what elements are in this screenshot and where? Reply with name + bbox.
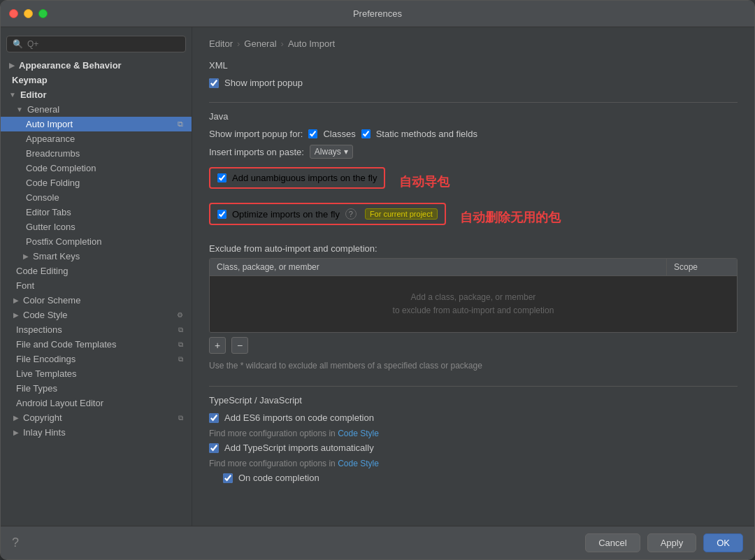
show-import-popup-row: Show import popup	[209, 78, 738, 88]
typescript-section: TypeScript / JavaScript Add ES6 imports …	[209, 395, 738, 483]
sidebar-item-console[interactable]: Console	[1, 190, 192, 205]
sidebar-item-breadcrumbs[interactable]: Breadcrumbs	[1, 146, 192, 161]
sidebar-item-file-code-templates[interactable]: File and Code Templates ⧉	[1, 337, 192, 352]
breadcrumb-editor: Editor	[209, 38, 233, 49]
chevron-down-icon: ▼	[9, 91, 16, 99]
sidebar-item-file-encodings[interactable]: File Encodings ⧉	[1, 352, 192, 366]
divider-2	[209, 386, 738, 387]
find-more-es6-note: Find more configuration options in Code …	[209, 429, 738, 438]
sidebar-item-code-completion[interactable]: Code Completion	[1, 161, 192, 175]
copy-icon-4: ⧉	[178, 355, 183, 364]
sidebar-item-editor[interactable]: ▼ Editor	[1, 87, 192, 102]
insert-imports-row: Insert imports on paste: Always ▾	[209, 145, 738, 159]
show-import-popup-checkbox[interactable]	[209, 78, 219, 88]
add-ts-checkbox[interactable]	[209, 443, 219, 453]
ts-section-title: TypeScript / JavaScript	[209, 395, 738, 405]
copy-icon-5: ⧉	[178, 414, 183, 422]
help-icon[interactable]: ?	[345, 208, 357, 220]
ok-button[interactable]: OK	[703, 533, 743, 552]
copy-icon-2: ⧉	[178, 326, 183, 334]
col-class-package: Class, package, or member	[210, 259, 667, 275]
show-import-popup-java-label: Show import popup for:	[209, 129, 303, 139]
sidebar: 🔍 ▶ Appearance & Behavior Keymap ▼ Edito…	[1, 27, 192, 526]
static-methods-checkbox[interactable]	[361, 129, 371, 138]
help-button[interactable]: ?	[12, 536, 19, 550]
breadcrumb-sep-1: ›	[237, 38, 240, 49]
main-layout: 🔍 ▶ Appearance & Behavior Keymap ▼ Edito…	[1, 27, 754, 526]
sidebar-item-code-editing[interactable]: Code Editing	[1, 264, 192, 278]
sidebar-item-general[interactable]: ▼ General	[1, 102, 192, 117]
add-exclude-button[interactable]: +	[209, 337, 226, 354]
minimize-button[interactable]	[24, 9, 33, 18]
add-ts-label: Add TypeScript imports automatically	[224, 443, 374, 453]
insert-imports-value: Always	[315, 147, 341, 157]
close-button[interactable]	[9, 9, 18, 18]
find-more-ts-note: Find more configuration options in Code …	[209, 459, 738, 468]
xml-section: XML Show import popup	[209, 60, 738, 88]
preferences-window: Preferences 🔍 ▶ Appearance & Behavior Ke…	[0, 0, 755, 560]
cancel-button[interactable]: Cancel	[585, 533, 640, 552]
on-code-completion-checkbox[interactable]	[223, 473, 233, 483]
chevron-right-icon-copy: ▶	[13, 414, 19, 422]
sidebar-item-inspections[interactable]: Inspections ⧉	[1, 322, 192, 337]
sidebar-item-color-scheme[interactable]: ▶ Color Scheme	[1, 293, 192, 308]
chevron-right-icon: ▶	[9, 62, 15, 69]
sidebar-item-gutter-icons[interactable]: Gutter Icons	[1, 220, 192, 234]
optimize-imports-label: Optimize imports on the fly	[232, 209, 340, 220]
on-code-completion-row: On code completion	[209, 473, 738, 483]
optimize-annotation: 自动删除无用的包	[460, 209, 561, 226]
optimize-imports-box: Optimize imports on the fly ? For curren…	[209, 203, 446, 225]
footer-actions: Cancel Apply OK	[585, 533, 743, 552]
exclude-table-header: Class, package, or member Scope	[210, 259, 737, 276]
footer: ? Cancel Apply OK	[1, 526, 754, 559]
add-es6-checkbox[interactable]	[209, 413, 219, 423]
sidebar-item-auto-import[interactable]: Auto Import ⧉	[1, 117, 192, 131]
sidebar-item-copyright[interactable]: ▶ Copyright ⧉	[1, 410, 192, 425]
sidebar-item-android-layout-editor[interactable]: Android Layout Editor	[1, 396, 192, 410]
code-style-link-1[interactable]: Code Style	[338, 429, 379, 438]
sidebar-item-smart-keys[interactable]: ▶ Smart Keys	[1, 249, 192, 264]
insert-imports-select[interactable]: Always ▾	[310, 145, 353, 159]
sidebar-item-postfix-completion[interactable]: Postfix Completion	[1, 234, 192, 249]
window-title: Preferences	[353, 8, 402, 19]
divider-1	[209, 102, 738, 103]
sidebar-item-appearance-behavior[interactable]: ▶ Appearance & Behavior	[1, 58, 192, 73]
col-scope: Scope	[667, 259, 737, 275]
auto-import-annotation: 自动导包	[399, 173, 450, 190]
copy-icon: ⧉	[178, 120, 183, 129]
add-es6-label: Add ES6 imports on code completion	[224, 412, 374, 423]
remove-exclude-button[interactable]: −	[231, 337, 248, 354]
sidebar-item-editor-tabs[interactable]: Editor Tabs	[1, 205, 192, 220]
optimize-imports-checkbox[interactable]	[217, 210, 226, 219]
sidebar-item-appearance[interactable]: Appearance	[1, 131, 192, 146]
sidebar-item-code-style[interactable]: ▶ Code Style ⚙	[1, 308, 192, 322]
search-box: 🔍	[6, 36, 186, 52]
settings-icon: ⚙	[177, 311, 183, 319]
show-import-popup-label: Show import popup	[224, 78, 303, 88]
sidebar-item-live-templates[interactable]: Live Templates	[1, 366, 192, 381]
search-input[interactable]	[27, 39, 180, 49]
classes-label: Classes	[323, 129, 355, 139]
sidebar-item-file-types[interactable]: File Types	[1, 381, 192, 396]
sidebar-item-font[interactable]: Font	[1, 278, 192, 293]
sidebar-item-code-folding[interactable]: Code Folding	[1, 175, 192, 190]
apply-button[interactable]: Apply	[647, 533, 697, 552]
auto-import-checkbox[interactable]	[217, 173, 226, 182]
java-section: Java Show import popup for: Classes Stat…	[209, 111, 738, 372]
maximize-button[interactable]	[38, 9, 48, 18]
exclude-section: Exclude from auto-import and completion:…	[209, 243, 738, 372]
code-style-link-2[interactable]: Code Style	[338, 459, 379, 468]
add-ts-row: Add TypeScript imports automatically	[209, 443, 738, 453]
breadcrumb-sep-2: ›	[281, 38, 284, 49]
search-icon: 🔍	[13, 39, 23, 49]
sidebar-item-inlay-hints[interactable]: ▶ Inlay Hints	[1, 425, 192, 440]
sidebar-item-keymap[interactable]: Keymap	[1, 73, 192, 87]
classes-checkbox[interactable]	[308, 129, 317, 138]
exclude-label: Exclude from auto-import and completion:	[209, 243, 738, 254]
java-section-title: Java	[209, 111, 738, 122]
auto-import-container: Add unambiguous imports on the fly 自动导包	[209, 167, 738, 196]
optimize-import-container: Optimize imports on the fly ? For curren…	[209, 203, 738, 232]
xml-section-title: XML	[209, 60, 738, 71]
chevron-down-icon-2: ▼	[16, 106, 23, 113]
chevron-right-icon-ih: ▶	[13, 429, 19, 436]
